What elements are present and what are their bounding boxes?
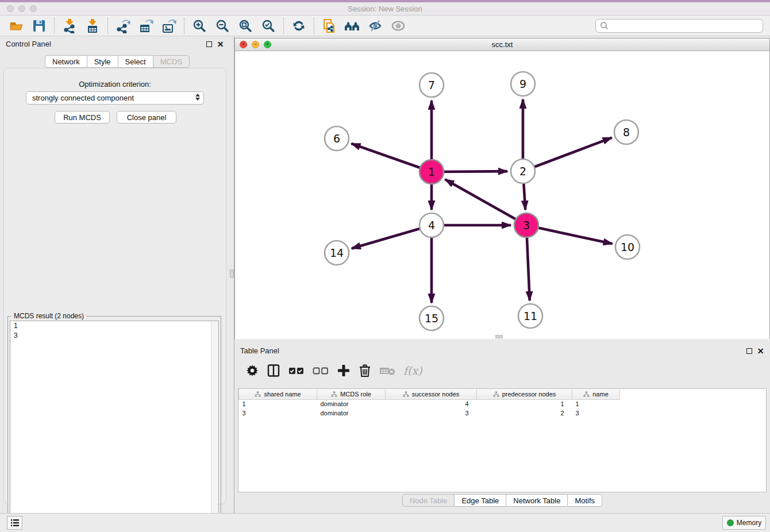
table-row[interactable]: 1dominator411 [239, 399, 620, 408]
network-canvas[interactable]: 1234678910111415 [235, 51, 769, 339]
show-graphics-details-icon[interactable] [390, 17, 407, 34]
canvas-resize-grip[interactable] [495, 335, 503, 338]
svg-text:8: 8 [623, 126, 630, 138]
tab-motifs[interactable]: Motifs [567, 494, 602, 507]
node-table-grid: shared nameMCDS rolesuccessor nodesprede… [238, 389, 620, 418]
export-table-icon[interactable] [137, 17, 155, 34]
run-mcds-button[interactable]: Run MCDS [55, 111, 110, 124]
graph-node-1[interactable]: 1 [419, 160, 444, 184]
import-network-icon[interactable] [61, 17, 78, 34]
svg-text:6: 6 [333, 132, 340, 145]
graph-edge-3-10[interactable] [526, 225, 613, 244]
status-bar: Memory [0, 513, 770, 532]
result-scrollbar[interactable] [211, 321, 218, 529]
criterion-dropdown[interactable]: strongly connected component [26, 91, 204, 105]
column-header-predecessor-nodes[interactable]: predecessor nodes [477, 389, 572, 399]
toolbar-separator [107, 18, 108, 34]
export-image-icon[interactable] [160, 17, 178, 34]
export-network-icon[interactable] [114, 17, 132, 34]
graph-node-8[interactable]: 8 [614, 120, 638, 144]
search-input[interactable] [610, 20, 763, 32]
zoom-in-icon[interactable] [191, 17, 208, 34]
svg-text:3: 3 [523, 219, 530, 232]
graph-node-3[interactable]: 3 [514, 213, 538, 237]
table-settings-icon[interactable] [246, 364, 259, 377]
save-session-icon[interactable] [30, 17, 48, 34]
memory-button[interactable]: Memory [722, 516, 766, 530]
float-table-panel-button[interactable] [745, 347, 753, 354]
open-session-icon[interactable] [7, 17, 25, 34]
network-window-titlebar[interactable]: × − + scc.txt [235, 38, 769, 51]
dropdown-stepper-icon [195, 94, 200, 101]
show-columns-icon[interactable] [267, 364, 280, 377]
graph-node-7[interactable]: 7 [419, 73, 444, 97]
table-body[interactable]: 1dominator4113dominator323 [239, 399, 620, 418]
close-table-panel-button[interactable]: ✕ [757, 347, 764, 354]
tab-edge-table[interactable]: Edge Table [454, 494, 506, 507]
main-toolbar [0, 16, 770, 36]
optimization-criterion-label: Optimization criterion: [4, 80, 226, 88]
zoom-fit-icon[interactable] [237, 17, 254, 34]
graph-node-11[interactable]: 11 [518, 304, 542, 328]
tab-style[interactable]: Style [87, 55, 118, 68]
tab-node-table[interactable]: Node Table [402, 494, 455, 507]
column-header-name[interactable]: name [572, 389, 620, 399]
close-panel-button[interactable]: ✕ [217, 40, 224, 48]
toolbar-separator [54, 18, 55, 34]
node-table[interactable]: shared nameMCDS rolesuccessor nodesprede… [238, 388, 767, 492]
graph-node-15[interactable]: 15 [419, 306, 444, 330]
select-all-icon[interactable] [288, 366, 305, 375]
toolbar-separator [283, 18, 284, 34]
task-history-button[interactable] [7, 516, 22, 530]
graph-node-9[interactable]: 9 [511, 72, 535, 96]
column-type-icon [255, 391, 261, 397]
column-header-MCDS-role[interactable]: MCDS role [317, 389, 386, 399]
svg-text:10: 10 [621, 241, 634, 253]
toolbar-separator [184, 18, 184, 34]
delete-column-icon[interactable] [379, 365, 395, 376]
close-panel-button-mcds[interactable]: Close panel [117, 111, 176, 124]
duplicate-network-icon[interactable] [321, 17, 338, 34]
deselect-all-icon[interactable] [313, 366, 329, 375]
table-row[interactable]: 3dominator323 [239, 408, 620, 418]
tab-network[interactable]: Network [45, 55, 87, 68]
divider-grip[interactable] [230, 269, 234, 277]
network-title: scc.txt [235, 40, 769, 49]
graph-edge-3-1[interactable] [445, 179, 526, 225]
first-neighbors-icon[interactable] [290, 17, 307, 34]
table-header[interactable]: shared nameMCDS rolesuccessor nodesprede… [239, 389, 620, 399]
import-table-icon[interactable] [84, 17, 101, 34]
zoom-out-icon[interactable] [214, 17, 231, 34]
float-panel-button[interactable] [205, 40, 213, 48]
column-header-successor-nodes[interactable]: successor nodes [386, 389, 477, 399]
graph-node-4[interactable]: 4 [419, 213, 444, 237]
control-panel-title: Control Panel [6, 40, 51, 48]
svg-text:14: 14 [330, 246, 344, 259]
svg-text:15: 15 [425, 312, 438, 325]
graph-node-2[interactable]: 2 [511, 159, 535, 183]
add-column-icon[interactable] [337, 364, 351, 377]
task-list-icon [10, 519, 20, 527]
panel-divider[interactable] [230, 36, 234, 513]
network-overview-icon[interactable] [344, 17, 361, 34]
column-header-shared-name[interactable]: shared name [239, 389, 317, 399]
search-box[interactable] [595, 19, 763, 33]
tab-mcds[interactable]: MCDS [153, 55, 190, 68]
function-builder-icon: f(x) [403, 364, 422, 377]
network-view-window: × − + scc.txt 1234678910111415 [234, 38, 770, 339]
control-panel: Control Panel ✕ Network Style Select MCD… [0, 36, 230, 513]
toolbar-separator [314, 18, 314, 34]
delete-icon[interactable] [359, 364, 371, 377]
graph-node-10[interactable]: 10 [615, 235, 640, 259]
memory-status-icon [727, 519, 734, 526]
graph-node-6[interactable]: 6 [325, 126, 349, 151]
app-titlebar: Session: New Session [0, 2, 770, 16]
hide-style-icon[interactable] [367, 17, 384, 34]
graph-edge-2-8[interactable] [523, 138, 612, 171]
graph-node-14[interactable]: 14 [325, 241, 349, 265]
mcds-result-list[interactable]: 1 3 [10, 321, 219, 530]
tab-network-table[interactable]: Network Table [506, 494, 567, 507]
svg-text:2: 2 [519, 165, 526, 178]
zoom-selected-icon[interactable] [260, 17, 277, 34]
tab-select[interactable]: Select [118, 55, 153, 68]
